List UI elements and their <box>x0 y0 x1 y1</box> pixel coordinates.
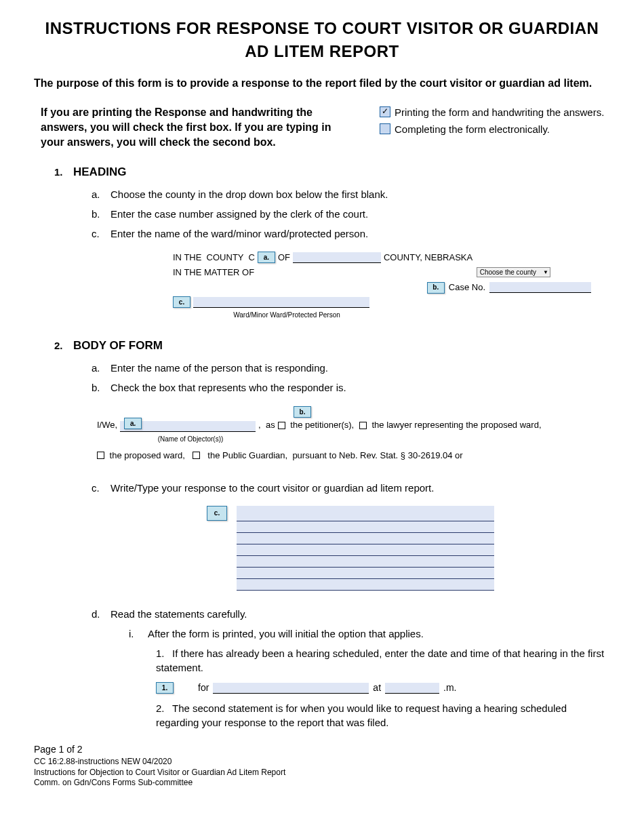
ex-text: I/We, <box>97 419 117 431</box>
page-title: INSTRUCTIONS FOR RESPONSE TO COURT VISIT… <box>34 17 610 62</box>
callout-a: a. <box>258 252 275 263</box>
county-blank[interactable] <box>293 252 381 263</box>
ex-text: OF <box>278 252 290 264</box>
checkbox-icon <box>380 123 390 134</box>
item-text: After the form is printed, you will init… <box>148 628 424 639</box>
section-heading: 1.HEADING a.Choose the county in the dro… <box>54 164 610 327</box>
item-letter: c. <box>92 481 110 495</box>
instruction-item: c.Enter the name of the ward/minor ward/… <box>92 226 610 241</box>
mode-option-print[interactable]: Printing the form and handwriting the an… <box>380 105 610 119</box>
instruction-subitem: i.After the form is printed, you will in… <box>129 627 610 730</box>
ex-text: the Public Guardian, pursuant to Neb. Re… <box>203 450 463 462</box>
section-body: 2.BODY OF FORM a.Enter the name of the p… <box>54 338 610 730</box>
body-example-1: b. I/We, a. , as the petitioner(s), the … <box>92 400 610 471</box>
hearing-time-blank[interactable] <box>385 683 439 694</box>
callout-b: b. <box>294 406 311 418</box>
checkbox-public-guardian[interactable] <box>193 452 200 459</box>
callout-1: 1. <box>156 682 174 694</box>
hearing-example: 1. for at .m. <box>156 681 610 695</box>
instruction-numitem: 2.The second statement is for when you w… <box>156 701 610 730</box>
checkbox-proposed-ward[interactable] <box>97 452 104 459</box>
item-roman: i. <box>129 627 148 641</box>
item-letter: b. <box>92 207 110 221</box>
instruction-numitem: 1.If there has already been a hearing sc… <box>156 646 610 695</box>
checkbox-petitioner[interactable] <box>278 422 285 429</box>
ex-text: COUNTY, NEBRASKA <box>384 252 472 264</box>
item-letter: b. <box>92 380 110 395</box>
footer-line: Instructions for Objection to Court Visi… <box>34 768 610 778</box>
item-letter: a. <box>92 361 110 375</box>
callout-b: b. <box>427 282 445 294</box>
section-number: 2. <box>54 338 73 353</box>
county-dropdown[interactable]: Choose the county <box>477 267 550 277</box>
mode-instruction: If you are printing the Response and han… <box>34 105 356 151</box>
item-letter: c. <box>92 226 110 241</box>
mode-option-label: Printing the form and handwriting the an… <box>395 105 604 119</box>
item-text: Read the statements carefully. <box>110 608 247 620</box>
item-letter: a. <box>92 187 110 201</box>
ex-text: IN THE MATTER OF <box>173 266 254 279</box>
ex-text: .m. <box>443 681 456 695</box>
ward-sublabel: Ward/Minor Ward/Protected Person <box>192 311 382 320</box>
footer-line: Comm. on Gdn/Cons Forms Sub-committee <box>34 778 610 789</box>
item-letter: d. <box>92 607 110 621</box>
section-title: BODY OF FORM <box>73 339 163 352</box>
ex-text: , as <box>258 419 275 431</box>
instruction-item: a.Choose the county in the drop down box… <box>92 187 610 201</box>
hearing-date-blank[interactable] <box>213 683 369 694</box>
ex-text: for <box>198 681 209 695</box>
ex-text: at <box>373 681 381 695</box>
item-text: Enter the case number assigned by the cl… <box>110 208 368 220</box>
item-text: Enter the name of the person that is res… <box>110 362 328 374</box>
footer-line: CC 16:2.88-instructions NEW 04/2020 <box>34 757 610 768</box>
response-text-area[interactable] <box>237 506 494 591</box>
item-number: 2. <box>156 701 172 715</box>
page-footer: Page 1 of 2 CC 16:2.88-instructions NEW … <box>34 743 610 788</box>
page-number: Page 1 of 2 <box>34 743 610 757</box>
callout-c: c. <box>173 296 190 308</box>
item-number: 1. <box>156 646 172 660</box>
instruction-item: b.Enter the case number assigned by the … <box>92 207 610 221</box>
item-text: The second statement is for when you wou… <box>156 702 567 728</box>
section-number: 1. <box>54 165 73 179</box>
mode-option-label: Completing the form electronically. <box>395 122 550 136</box>
item-text: Write/Type your response to the court vi… <box>110 482 434 494</box>
mode-option-electronic[interactable]: Completing the form electronically. <box>380 122 610 136</box>
ex-text: Case No. <box>449 281 485 294</box>
item-text: If there has already been a hearing sche… <box>156 648 604 673</box>
callout-a: a. <box>124 418 142 429</box>
item-text: Check the box that represents who the re… <box>110 382 346 393</box>
instruction-item: a.Enter the name of the person that is r… <box>92 361 610 375</box>
heading-example: IN THE COUNTY C a. OF COUNTY, NEBRASKA I… <box>92 246 610 327</box>
callout-c: c. <box>207 506 227 521</box>
checkbox-lawyer[interactable] <box>359 422 367 429</box>
ex-text: the lawyer representing the proposed war… <box>369 419 542 431</box>
response-example: c. <box>92 500 610 597</box>
caseno-blank[interactable] <box>489 282 591 293</box>
ex-text: the petitioner(s), <box>288 419 357 431</box>
instruction-item: d.Read the statements carefully. i.After… <box>92 607 610 730</box>
ex-text: the proposed ward, <box>107 450 190 462</box>
checkbox-icon <box>380 106 390 117</box>
instruction-item: c.Write/Type your response to the court … <box>92 481 610 495</box>
ward-blank[interactable] <box>193 297 369 308</box>
ex-text: IN THE COUNTY C <box>173 252 255 264</box>
item-text: Enter the name of the ward/minor ward/pr… <box>110 228 368 239</box>
purpose-text: The purpose of this form is to provide a… <box>34 76 610 91</box>
item-text: Choose the county in the drop down box b… <box>110 188 388 200</box>
section-title: HEADING <box>73 165 126 178</box>
objector-sublabel: (Name of Objector(s)) <box>123 435 258 444</box>
instruction-item: b.Check the box that represents who the … <box>92 380 610 395</box>
